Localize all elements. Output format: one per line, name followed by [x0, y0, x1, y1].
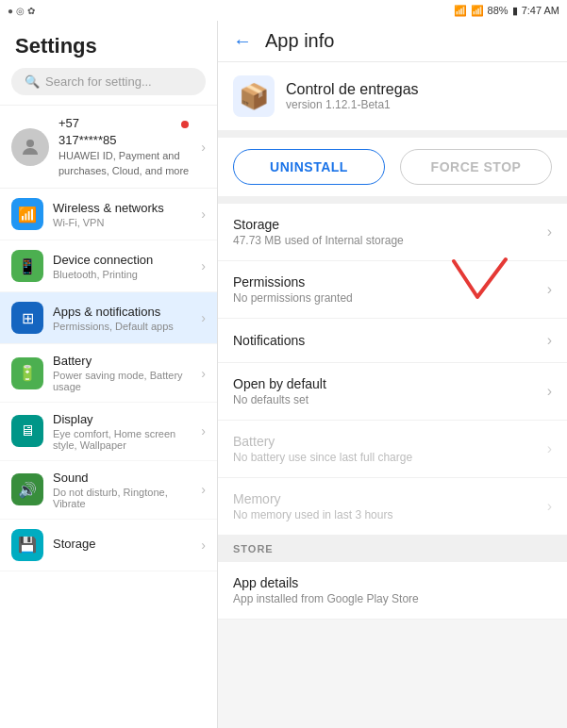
search-icon: 🔍 — [25, 74, 40, 89]
app-version: version 1.12.1-Beta1 — [286, 98, 419, 111]
sidebar-item-apps[interactable]: ⊞ Apps & notifications Permissions, Defa… — [0, 292, 217, 344]
status-icons-right: 📶 📶 88% ▮ 7:47 AM — [454, 5, 559, 17]
memory-row-text: Memory No memory used in last 3 hours — [233, 491, 547, 521]
chevron-right-icon: › — [201, 140, 206, 155]
chevron-device: › — [201, 258, 206, 273]
uninstall-button[interactable]: UNINSTALL — [233, 149, 385, 185]
settings-list: Storage 47.73 MB used of Internal storag… — [218, 204, 567, 536]
user-info: +57 317*****85 HUAWEI ID, Payment and pu… — [58, 115, 197, 178]
permissions-row[interactable]: Permissions No permissions granted › — [218, 261, 567, 319]
avatar-icon — [19, 136, 42, 158]
sidebar-item-wireless[interactable]: 📶 Wireless & networks Wi-Fi, VPN › — [0, 189, 217, 240]
status-bar-left-icons: ● ◎ ✿ — [8, 6, 35, 16]
sound-icon: 🔊 — [11, 473, 43, 505]
sidebar-item-battery[interactable]: 🔋 Battery Power saving mode, Battery usa… — [0, 344, 217, 403]
sidebar-item-storage[interactable]: 💾 Storage › — [0, 520, 217, 571]
action-buttons: UNINSTALL FORCE STOP — [218, 138, 567, 204]
battery-row[interactable]: Battery No battery use since last full c… — [218, 421, 567, 478]
device-text: Device connection Bluetooth, Printing — [53, 253, 197, 280]
right-panel: ← App info 📦 Control de entregas version… — [218, 21, 567, 620]
store-section-label: STORE — [218, 536, 567, 562]
sound-text: Sound Do not disturb, Ringtone, Vibrate — [53, 471, 197, 509]
sidebar-item-display[interactable]: 🖥 Display Eye comfort, Home screen style… — [0, 403, 217, 461]
battery-text: Battery Power saving mode, Battery usage — [53, 354, 197, 392]
sidebar-items-list: 📶 Wireless & networks Wi-Fi, VPN › 📱 Dev… — [0, 189, 217, 728]
sidebar-item-device[interactable]: 📱 Device connection Bluetooth, Printing … — [0, 240, 217, 292]
notifications-row-text: Notifications — [233, 333, 547, 348]
app-card: 📦 Control de entregas version 1.12.1-Bet… — [218, 62, 567, 138]
notification-icons: ● ◎ ✿ — [8, 6, 35, 16]
battery-row-text: Battery No battery use since last full c… — [233, 434, 547, 464]
user-phone: +57 317*****85 — [58, 115, 197, 149]
open-by-default-row[interactable]: Open by default No defaults set › — [218, 363, 567, 421]
chevron-storage-row: › — [547, 223, 552, 240]
storage-row[interactable]: Storage 47.73 MB used of Internal storag… — [218, 204, 567, 261]
apps-text: Apps & notifications Permissions, Defaul… — [53, 305, 197, 332]
chevron-apps: › — [201, 310, 206, 325]
sidebar-item-sound[interactable]: 🔊 Sound Do not disturb, Ringtone, Vibrat… — [0, 461, 217, 520]
battery-sidebar-icon: 🔋 — [11, 357, 43, 389]
wireless-icon: 📶 — [11, 198, 43, 230]
page-title: App info — [265, 30, 334, 52]
permissions-row-text: Permissions No permissions granted — [233, 274, 547, 305]
chevron-battery-row: › — [547, 440, 552, 457]
device-icon: 📱 — [11, 250, 43, 282]
back-button[interactable]: ← — [233, 30, 252, 52]
memory-row[interactable]: Memory No memory used in last 3 hours › — [218, 478, 567, 536]
right-panel-wrapper: ← App info 📦 Control de entregas version… — [218, 21, 567, 728]
chevron-open-default-row: › — [547, 383, 552, 400]
svg-point-0 — [26, 140, 34, 147]
open-by-default-text: Open by default No defaults set — [233, 376, 547, 406]
wireless-text: Wireless & networks Wi-Fi, VPN — [53, 201, 197, 228]
time: 7:47 AM — [522, 5, 559, 16]
search-bar[interactable]: 🔍 Search for setting... — [11, 68, 206, 95]
display-text: Display Eye comfort, Home screen style, … — [53, 412, 197, 451]
user-sub: HUAWEI ID, Payment and purchases, Cloud,… — [58, 149, 197, 178]
user-section[interactable]: +57 317*****85 HUAWEI ID, Payment and pu… — [0, 105, 217, 189]
force-stop-button[interactable]: FORCE STOP — [400, 149, 552, 185]
status-bar: ● ◎ ✿ 📶 📶 88% ▮ 7:47 AM — [0, 0, 567, 21]
chevron-sound: › — [201, 482, 206, 497]
notifications-row[interactable]: Notifications › — [218, 319, 567, 363]
wifi-icon: 📶 — [471, 5, 484, 17]
bluetooth-icon: 📶 — [454, 5, 467, 17]
storage-text: Storage — [53, 537, 197, 553]
app-details-row[interactable]: App details App installed from Google Pl… — [218, 562, 567, 620]
app-icon: 📦 — [233, 75, 275, 117]
search-placeholder: Search for setting... — [45, 74, 152, 89]
chevron-notifications-row: › — [547, 332, 552, 349]
storage-row-text: Storage 47.73 MB used of Internal storag… — [233, 217, 547, 247]
sidebar: Settings 🔍 Search for setting... +57 317… — [0, 21, 218, 728]
chevron-battery: › — [201, 366, 206, 381]
store-list: App details App installed from Google Pl… — [218, 562, 567, 620]
sidebar-title: Settings — [0, 21, 217, 68]
app-details-row-text: App details App installed from Google Pl… — [233, 575, 552, 605]
chevron-display: › — [201, 423, 206, 438]
notification-dot — [181, 121, 189, 128]
app-name: Control de entregas — [286, 81, 419, 98]
chevron-memory-row: › — [547, 498, 552, 515]
user-avatar — [11, 128, 49, 166]
battery-icon: ▮ — [512, 5, 518, 17]
app-info-header: ← App info — [218, 21, 567, 62]
chevron-storage: › — [201, 538, 206, 553]
display-icon: 🖥 — [11, 415, 43, 447]
apps-icon: ⊞ — [11, 302, 43, 334]
storage-sidebar-icon: 💾 — [11, 529, 43, 561]
chevron-wireless: › — [201, 207, 206, 222]
battery-percent: 88% — [488, 5, 509, 16]
chevron-permissions-row: › — [547, 281, 552, 298]
app-details: Control de entregas version 1.12.1-Beta1 — [286, 81, 419, 111]
